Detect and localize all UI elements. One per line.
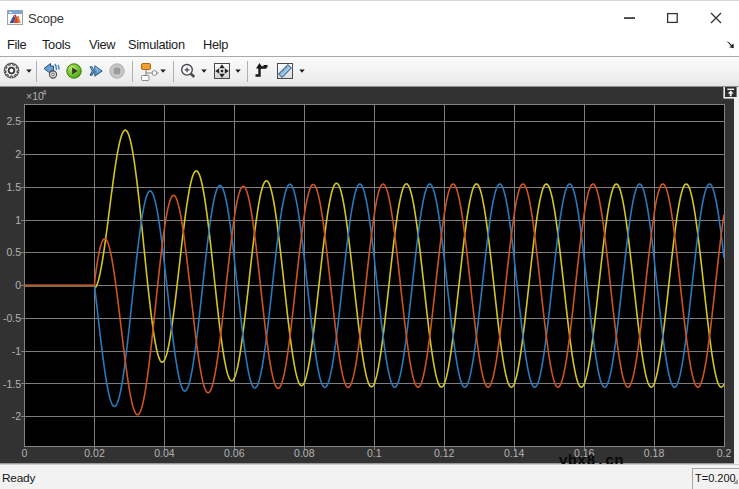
- svg-text:0.2: 0.2: [717, 447, 732, 459]
- svg-text:2: 2: [15, 148, 21, 160]
- svg-text:0.18: 0.18: [644, 447, 665, 459]
- svg-text:0.04: 0.04: [154, 447, 175, 459]
- svg-text:0: 0: [15, 279, 21, 291]
- svg-text:4: 4: [42, 88, 47, 97]
- svg-text:1: 1: [15, 214, 21, 226]
- svg-text:1.5: 1.5: [6, 181, 21, 193]
- svg-text:ybx8.cn: ybx8.cn: [558, 452, 623, 465]
- svg-text:-0.5: -0.5: [3, 312, 21, 324]
- svg-text:0.12: 0.12: [434, 447, 455, 459]
- svg-text:0.06: 0.06: [224, 447, 245, 459]
- svg-text:0: 0: [22, 447, 28, 459]
- svg-text:0.02: 0.02: [84, 447, 105, 459]
- svg-text:0.08: 0.08: [294, 447, 315, 459]
- svg-text:0.14: 0.14: [504, 447, 525, 459]
- svg-text:-1.5: -1.5: [3, 378, 21, 390]
- svg-text:0.5: 0.5: [6, 246, 21, 258]
- svg-text:-2: -2: [12, 410, 21, 422]
- svg-text:-1: -1: [12, 345, 21, 357]
- svg-text:2.5: 2.5: [6, 115, 21, 127]
- svg-text:0.1: 0.1: [367, 447, 382, 459]
